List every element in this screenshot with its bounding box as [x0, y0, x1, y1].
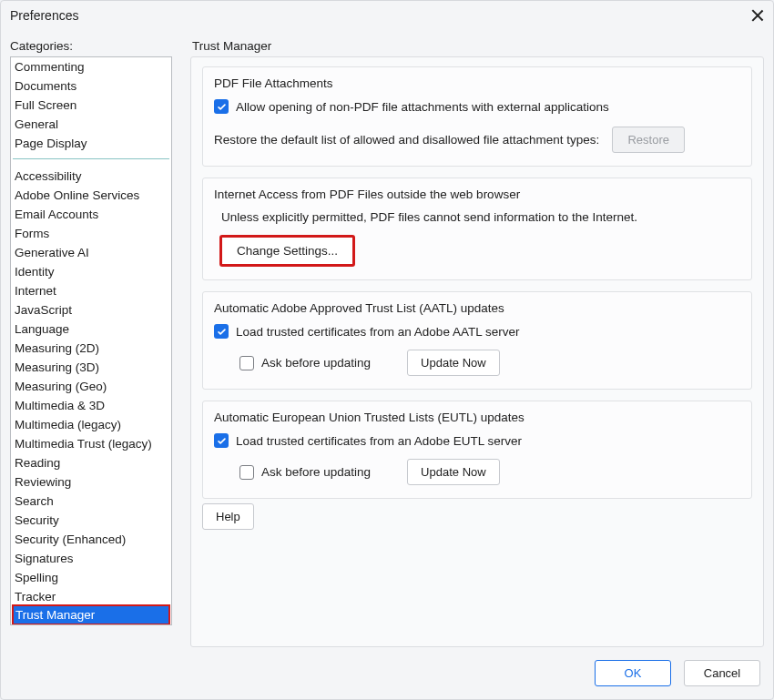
eutl-update-button[interactable]: Update Now: [407, 459, 500, 485]
group-attachments: PDF File Attachments Allow opening of no…: [202, 66, 752, 167]
category-item[interactable]: Full Screen: [11, 96, 171, 115]
allow-opening-checkbox[interactable]: [214, 99, 229, 114]
aatl-ask-checkbox[interactable]: [239, 356, 254, 370]
categories-listbox: CommentingDocumentsFull ScreenGeneralPag…: [10, 56, 172, 625]
categories-scroll[interactable]: CommentingDocumentsFull ScreenGeneralPag…: [11, 57, 171, 624]
allow-opening-label: Allow opening of non-PDF file attachment…: [236, 100, 609, 114]
eutl-load-row: Load trusted certificates from an Adobe …: [214, 433, 740, 448]
restore-label: Restore the default list of allowed and …: [214, 133, 599, 147]
group-aatl-title: Automatic Adobe Approved Trust List (AAT…: [214, 301, 740, 315]
allow-opening-row: Allow opening of non-PDF file attachment…: [214, 99, 740, 114]
category-divider: [13, 158, 169, 159]
dialog-body: Categories: CommentingDocumentsFull Scre…: [1, 30, 773, 647]
group-attachments-title: PDF File Attachments: [214, 76, 740, 90]
category-item[interactable]: Spelling: [11, 568, 171, 587]
eutl-ask-checkbox[interactable]: [239, 465, 254, 480]
category-item[interactable]: Signatures: [11, 549, 171, 568]
category-item[interactable]: Language: [11, 320, 171, 339]
eutl-ask-row: Ask before updating Update Now: [239, 459, 740, 485]
group-aatl: Automatic Adobe Approved Trust List (AAT…: [202, 291, 752, 390]
aatl-update-button[interactable]: Update Now: [407, 350, 500, 376]
aatl-load-label: Load trusted certificates from an Adobe …: [236, 325, 519, 339]
categories-column: Categories: CommentingDocumentsFull Scre…: [10, 39, 172, 647]
category-item[interactable]: Units: [11, 624, 171, 624]
aatl-ask-row: Ask before updating Update Now: [239, 350, 740, 376]
category-item[interactable]: Security: [11, 511, 171, 530]
category-item[interactable]: Measuring (Geo): [11, 377, 171, 396]
category-item[interactable]: Security (Enhanced): [11, 530, 171, 549]
category-item[interactable]: Identity: [11, 262, 171, 281]
preferences-window: Preferences Categories: CommentingDocume…: [0, 0, 774, 700]
restore-button[interactable]: Restore: [612, 127, 685, 153]
eutl-load-checkbox[interactable]: [214, 433, 229, 448]
category-item[interactable]: Measuring (3D): [11, 358, 171, 377]
category-item[interactable]: Reading: [11, 453, 171, 472]
change-settings-button[interactable]: Change Settings...: [219, 235, 355, 267]
category-item[interactable]: Generative AI: [11, 243, 171, 262]
help-button[interactable]: Help: [202, 503, 254, 530]
dialog-footer: OK Cancel: [1, 647, 773, 699]
internet-desc: Unless explicitly permitted, PDF files c…: [221, 210, 637, 224]
eutl-ask-label: Ask before updating: [261, 465, 371, 479]
ok-button[interactable]: OK: [595, 660, 671, 686]
titlebar: Preferences: [1, 1, 773, 30]
category-item[interactable]: Multimedia & 3D: [11, 396, 171, 415]
category-item[interactable]: Multimedia (legacy): [11, 415, 171, 434]
internet-desc-row: Unless explicitly permitted, PDF files c…: [214, 210, 740, 224]
close-icon[interactable]: [751, 9, 764, 22]
categories-label: Categories:: [10, 39, 172, 53]
category-item[interactable]: Forms: [11, 224, 171, 243]
group-eutl-title: Automatic European Union Trusted Lists (…: [214, 411, 740, 424]
panel-title: Trust Manager: [190, 39, 764, 53]
group-internet: Internet Access from PDF Files outside t…: [202, 178, 752, 280]
settings-column: Trust Manager PDF File Attachments Allow…: [190, 39, 764, 647]
category-item[interactable]: Tracker: [11, 587, 171, 606]
category-item[interactable]: Page Display: [11, 134, 171, 153]
aatl-load-checkbox[interactable]: [214, 324, 229, 339]
category-item[interactable]: JavaScript: [11, 300, 171, 320]
category-item[interactable]: Commenting: [11, 57, 171, 76]
category-item[interactable]: General: [11, 115, 171, 134]
category-item[interactable]: Search: [11, 492, 171, 511]
category-item[interactable]: Multimedia Trust (legacy): [11, 434, 171, 453]
settings-panel: PDF File Attachments Allow opening of no…: [190, 56, 764, 647]
category-item[interactable]: Trust Manager: [12, 604, 170, 624]
category-item[interactable]: Internet: [11, 281, 171, 300]
aatl-load-row: Load trusted certificates from an Adobe …: [214, 324, 740, 339]
category-item[interactable]: Reviewing: [11, 472, 171, 492]
category-item[interactable]: Accessibility: [11, 167, 171, 186]
group-internet-title: Internet Access from PDF Files outside t…: [214, 188, 740, 201]
category-item[interactable]: Measuring (2D): [11, 339, 171, 358]
restore-row: Restore the default list of allowed and …: [214, 127, 740, 153]
window-title: Preferences: [10, 8, 78, 23]
cancel-button[interactable]: Cancel: [684, 660, 760, 686]
aatl-ask-label: Ask before updating: [261, 356, 371, 370]
category-item[interactable]: Adobe Online Services: [11, 186, 171, 205]
group-eutl: Automatic European Union Trusted Lists (…: [202, 401, 752, 499]
eutl-load-label: Load trusted certificates from an Adobe …: [236, 434, 522, 448]
category-item[interactable]: Email Accounts: [11, 205, 171, 224]
category-item[interactable]: Documents: [11, 76, 171, 96]
